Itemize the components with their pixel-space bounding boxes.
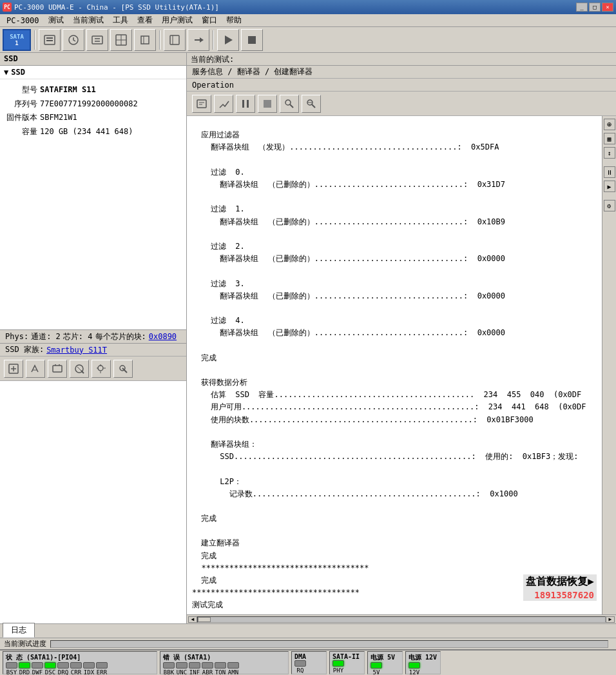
log-line-14 bbox=[192, 154, 597, 166]
status-group-pwr5: 电源 5V 5V bbox=[367, 651, 403, 674]
menu-help[interactable]: 帮助 bbox=[222, 14, 245, 26]
svg-rect-14 bbox=[248, 36, 256, 44]
log-line-12: 应用过滤器 bbox=[192, 129, 597, 141]
led-phy-indicator bbox=[332, 660, 344, 667]
led-inf-indicator bbox=[189, 662, 200, 669]
svg-line-19 bbox=[81, 371, 84, 373]
sata1-button[interactable]: SATA 1 bbox=[3, 29, 31, 51]
toolbar-btn-5[interactable] bbox=[134, 29, 156, 51]
log-line-20 bbox=[192, 228, 597, 240]
stop-button[interactable] bbox=[241, 29, 263, 51]
log-line-17 bbox=[192, 191, 597, 203]
phys-blocks-value[interactable]: 0x0890 bbox=[149, 332, 177, 341]
play-button[interactable] bbox=[217, 29, 239, 51]
toolbar-btn-3[interactable] bbox=[86, 29, 108, 51]
sidebar-btn-2[interactable]: ▦ bbox=[604, 133, 615, 144]
toolbar-btn-2[interactable] bbox=[63, 29, 84, 51]
log-line-35: 使用的块数...................................… bbox=[192, 414, 597, 426]
status-pwr12-leds: 12V bbox=[409, 662, 438, 675]
sidebar-btn-6[interactable]: ⚙ bbox=[604, 200, 615, 211]
left-tool-3[interactable] bbox=[48, 360, 67, 378]
log-line-22: 翻译器块组 （已删除的）............................… bbox=[192, 253, 597, 265]
log-content[interactable]: 块: 0x000C...............................… bbox=[187, 116, 602, 614]
log-line-42 bbox=[192, 500, 597, 513]
toolbar-btn-6[interactable] bbox=[164, 29, 186, 51]
sidebar-btn-3[interactable]: ↕ bbox=[604, 147, 615, 159]
menu-view[interactable]: 查看 bbox=[133, 14, 157, 26]
horizontal-scrollbar[interactable]: ◀ ▶ bbox=[187, 614, 616, 623]
scroll-thumb[interactable] bbox=[198, 617, 211, 622]
svg-rect-10 bbox=[170, 35, 179, 44]
status-sata-title: SATA-II bbox=[332, 653, 361, 660]
led-amn-label: AMN bbox=[228, 669, 238, 675]
progress-bar-row: 当前测试进度 bbox=[0, 638, 616, 649]
log-line-36 bbox=[192, 426, 597, 438]
ssd-family-value[interactable]: Smartbuy S11T bbox=[46, 346, 107, 355]
left-tool-2[interactable] bbox=[26, 360, 45, 378]
maximize-button[interactable]: □ bbox=[589, 3, 601, 12]
right-tool-search1[interactable] bbox=[280, 95, 299, 113]
svg-rect-4 bbox=[92, 36, 102, 44]
sidebar-btn-1[interactable]: ⊕ bbox=[604, 119, 615, 130]
status-sata-leds: PHY bbox=[332, 660, 361, 674]
progress-label: 当前测试进度 bbox=[4, 639, 46, 649]
led-amn: AMN bbox=[227, 662, 239, 675]
log-line-45: 建立翻译器 bbox=[192, 537, 597, 549]
led-drq: DRQ bbox=[57, 662, 69, 675]
breadcrumb-bar: 服务信息 / 翻译器 / 创建翻译器 bbox=[187, 66, 616, 79]
svg-marker-13 bbox=[225, 35, 233, 44]
left-tool-1[interactable] bbox=[4, 360, 23, 378]
led-inf: INF bbox=[189, 662, 200, 675]
title-text: PC-3000 UDMA-E - China - [PS SSD Utility… bbox=[14, 3, 219, 12]
menu-user-test[interactable]: 用户测试 bbox=[158, 14, 197, 26]
led-idx-label: IDX bbox=[84, 669, 94, 675]
left-tool-6[interactable] bbox=[113, 360, 133, 378]
status-error-leds: BBK UNC INF ABR TON bbox=[163, 662, 285, 675]
right-tool-pause[interactable] bbox=[236, 95, 255, 113]
menu-current-test[interactable]: 当前测试 bbox=[69, 14, 108, 26]
tree-expand-icon[interactable]: ▼ bbox=[4, 68, 8, 77]
close-button[interactable]: × bbox=[602, 3, 613, 12]
content-area: 块: 0x000C...............................… bbox=[187, 116, 616, 614]
window-controls[interactable]: _ □ × bbox=[576, 3, 613, 12]
toolbar-btn-1[interactable] bbox=[39, 29, 61, 51]
tab-log[interactable]: 日志 bbox=[3, 623, 35, 638]
status-error-title: 错 误 (SATA1) bbox=[163, 653, 285, 662]
left-tool-4[interactable] bbox=[70, 360, 89, 378]
log-line-32: 获得数据分析 bbox=[192, 377, 597, 389]
test-label-bar: 当前的测试: bbox=[187, 53, 616, 66]
log-line-38: SSD.....................................… bbox=[192, 451, 597, 463]
menu-window[interactable]: 窗口 bbox=[198, 14, 221, 26]
menu-pc3000[interactable]: PC-3000 bbox=[3, 15, 43, 26]
status-pwr5-title: 电源 5V bbox=[371, 653, 399, 662]
left-tool-5[interactable] bbox=[91, 360, 111, 378]
right-tool-stop[interactable] bbox=[258, 95, 277, 113]
sidebar-btn-4[interactable]: ⏸ bbox=[604, 166, 615, 178]
scroll-right-btn[interactable]: ▶ bbox=[606, 616, 615, 623]
sidebar-btn-5[interactable]: ▶ bbox=[604, 181, 615, 192]
right-tool-2[interactable] bbox=[214, 95, 233, 113]
scroll-track[interactable] bbox=[197, 616, 606, 623]
menu-test[interactable]: 测试 bbox=[44, 14, 68, 26]
svg-rect-2 bbox=[46, 40, 53, 41]
log-line-25: 翻译器块组 （已删除的）............................… bbox=[192, 290, 597, 302]
led-12v-label: 12V bbox=[409, 669, 419, 675]
toolbar-btn-4[interactable] bbox=[110, 29, 132, 51]
log-line-24: 过滤 3. bbox=[192, 278, 597, 290]
log-line-48: 完成 bbox=[192, 574, 597, 587]
log-line-15: 过滤 0. bbox=[192, 166, 597, 179]
left-panel: SSD ▼ SSD 型号 SATAFIRM S11 序列号 77E0077719… bbox=[0, 53, 187, 623]
svg-line-29 bbox=[290, 104, 293, 108]
minimize-button[interactable]: _ bbox=[576, 3, 588, 12]
right-tool-1[interactable] bbox=[192, 95, 211, 113]
led-unc-indicator bbox=[176, 662, 188, 669]
led-bsy-indicator bbox=[6, 662, 17, 669]
log-line-21: 过滤 2. bbox=[192, 240, 597, 253]
right-tool-search2[interactable] bbox=[302, 95, 321, 113]
scroll-left-btn[interactable]: ◀ bbox=[188, 616, 197, 623]
toolbar-btn-7[interactable] bbox=[188, 29, 209, 51]
menu-tools[interactable]: 工具 bbox=[109, 14, 132, 26]
device-info: 型号 SATAFIRM S11 序列号 77E00777199200000008… bbox=[0, 79, 186, 329]
firmware-value: SBFM21W1 bbox=[40, 111, 77, 125]
serial-label: 序列号 bbox=[5, 97, 37, 112]
